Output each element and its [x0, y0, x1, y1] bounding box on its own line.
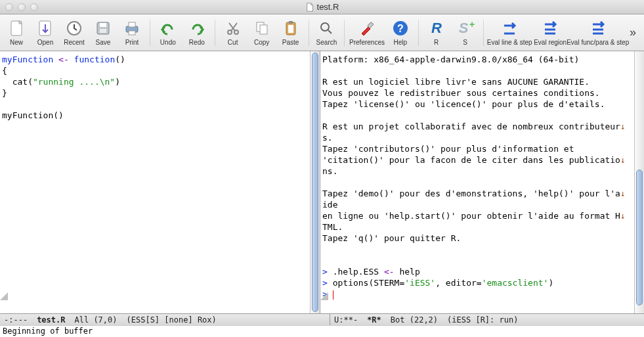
editor-pane: myFunction <- function() { cat("running … [0, 51, 320, 313]
cut-label: Cut [228, 39, 238, 46]
redo-label: Redo [189, 39, 205, 46]
minibuffer-text: Beginning of buffer [3, 326, 93, 336]
copy-icon [253, 19, 271, 37]
toolbar: New Open Recent Save Print Undo Redo Cut… [0, 14, 644, 51]
toolbar-separator [344, 20, 345, 46]
toolbar-separator [309, 20, 309, 46]
redo-icon [188, 19, 206, 37]
modeline-position: All (7,0) [74, 315, 117, 325]
left-scroll-thumb[interactable] [312, 53, 318, 312]
modeline-position: Bot (22,2) [391, 315, 438, 325]
zoom-window-button[interactable] [30, 3, 38, 11]
svg-text:+: + [469, 19, 474, 30]
pane-corner-triangle[interactable] [0, 292, 8, 300]
new-file-icon [7, 19, 26, 37]
modeline-left[interactable]: -:--- test.R All (7,0) (ESS[S] [none] Ro… [0, 314, 330, 325]
eval-func-icon [589, 19, 607, 37]
window-title: test.R [305, 2, 339, 12]
s-label: S [463, 39, 467, 46]
svg-rect-7 [129, 22, 135, 27]
open-file-icon [36, 19, 54, 37]
eval-func-label: Eval func/para & step [567, 39, 629, 46]
clipboard-icon [282, 19, 300, 37]
help-label: Help [393, 39, 407, 46]
modeline-mode: (ESS[S] [none] Rox) [127, 315, 217, 325]
save-label: Save [96, 39, 111, 46]
svg-text:?: ? [397, 23, 404, 34]
window-controls [5, 3, 38, 11]
toolbar-overflow[interactable]: » [630, 26, 640, 39]
open-label: Open [37, 39, 53, 46]
close-window-button[interactable] [5, 3, 13, 11]
eval-region-button[interactable]: Eval region [534, 16, 566, 50]
pane-corner-triangle[interactable] [320, 292, 328, 300]
r-button[interactable]: R R [424, 16, 449, 50]
svg-rect-5 [100, 29, 106, 33]
document-icon [305, 3, 314, 12]
window-title-text: test.R [317, 2, 339, 12]
eval-line-label: Eval line & step [487, 39, 532, 46]
cut-button[interactable]: Cut [221, 16, 246, 50]
clock-icon [65, 19, 83, 37]
svg-rect-4 [100, 23, 106, 27]
modeline-buffer: test.R [37, 315, 65, 325]
svg-rect-15 [288, 25, 293, 33]
help-icon: ? [391, 19, 410, 37]
printer-icon [123, 19, 141, 37]
preferences-button[interactable]: Preferences [350, 16, 384, 50]
open-button[interactable]: Open [33, 16, 58, 50]
magnifier-icon [317, 19, 335, 37]
split-panes: myFunction <- function() { cat("running … [0, 51, 644, 313]
modeline-mode: (iESS [R]: run) [447, 315, 518, 325]
toolbar-separator [215, 20, 215, 46]
eval-region-label: Eval region [534, 39, 567, 46]
redo-button[interactable]: Redo [184, 16, 209, 50]
new-button[interactable]: New [4, 16, 29, 50]
eval-func-button[interactable]: Eval func/para & step [570, 16, 626, 50]
recent-button[interactable]: Recent [62, 16, 87, 50]
scissors-icon [224, 19, 242, 37]
svg-rect-8 [129, 31, 135, 35]
source-editor[interactable]: myFunction <- function() { cat("running … [0, 51, 310, 313]
s-plus-icon: S+ [456, 19, 475, 37]
right-scrollbar[interactable] [634, 51, 644, 313]
toolbar-separator [418, 20, 419, 46]
paste-label: Paste [282, 39, 299, 46]
new-label: New [10, 39, 23, 46]
svg-text:R: R [431, 20, 442, 36]
r-label: R [434, 39, 439, 46]
undo-button[interactable]: Undo [156, 16, 181, 50]
save-button[interactable]: Save [91, 16, 116, 50]
left-scrollbar[interactable] [310, 51, 320, 313]
recent-label: Recent [64, 39, 85, 46]
eval-region-icon [541, 19, 559, 37]
copy-label: Copy [254, 39, 269, 46]
undo-icon [159, 19, 177, 37]
modeline-row: -:--- test.R All (7,0) (ESS[S] [none] Ro… [0, 313, 644, 325]
s-button[interactable]: S+ S [453, 16, 478, 50]
paste-button[interactable]: Paste [278, 16, 303, 50]
search-label: Search [316, 39, 337, 46]
help-button[interactable]: ? Help [388, 16, 413, 50]
r-logo-icon: R [427, 19, 446, 37]
screwdriver-icon [358, 19, 376, 37]
modeline-right[interactable]: U:**- *R* Bot (22,2) (iESS [R]: run) [330, 314, 644, 325]
search-button[interactable]: Search [314, 16, 339, 50]
eval-line-button[interactable]: Eval line & step [488, 16, 530, 50]
svg-rect-14 [289, 21, 293, 24]
window-titlebar: test.R [0, 0, 644, 14]
preferences-label: Preferences [349, 39, 385, 46]
minibuffer[interactable]: Beginning of buffer [0, 325, 644, 337]
right-scroll-thumb[interactable] [636, 169, 643, 305]
copy-button[interactable]: Copy [249, 16, 274, 50]
undo-label: Undo [160, 39, 176, 46]
eval-line-icon [500, 19, 519, 37]
svg-point-16 [321, 23, 329, 31]
print-button[interactable]: Print [119, 16, 144, 50]
r-console[interactable]: Platform: x86_64-apple-darwin9.8.0/x86_6… [320, 51, 634, 313]
modeline-state: U:**- [334, 315, 358, 325]
minimize-window-button[interactable] [18, 3, 26, 11]
toolbar-separator [150, 20, 150, 46]
svg-rect-12 [260, 25, 267, 34]
print-label: Print [125, 39, 139, 46]
